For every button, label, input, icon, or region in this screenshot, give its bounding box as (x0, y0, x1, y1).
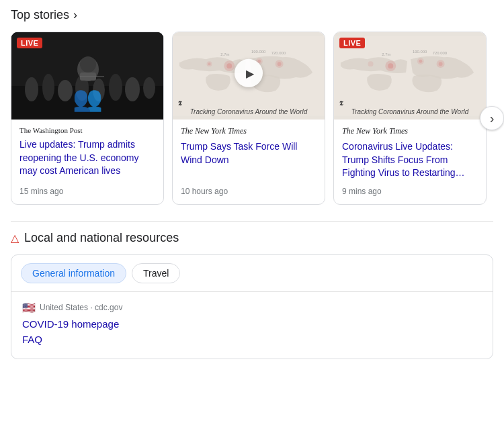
card-3-nyt-icon: 𝕿 (339, 100, 343, 107)
resource-link-faq[interactable]: FAQ (22, 334, 482, 345)
card-3-source: The New York Times (342, 126, 478, 136)
resource-source-row: 🇺🇸 United States · cdc.gov (22, 301, 482, 314)
svg-text:2.7m: 2.7m (220, 52, 229, 56)
svg-text:2.7m: 2.7m (382, 52, 390, 56)
card-2-nyt-icon: 𝕿 (178, 100, 182, 107)
card-3-title[interactable]: Coronavirus Live Updates: Trump Shifts F… (342, 140, 478, 180)
svg-point-8 (125, 77, 140, 101)
svg-point-7 (109, 74, 122, 101)
stories-cards-container: LIVE The Washington Post Live updates: T… (11, 32, 493, 205)
card-2-image: 2.7m 720.000 190.000 𝕿 Tracking Coronavi… (173, 32, 325, 120)
top-stories-title: Top stories (11, 8, 69, 22)
svg-point-22 (208, 62, 211, 65)
svg-point-18 (278, 62, 282, 66)
stories-next-button[interactable] (480, 106, 504, 130)
svg-point-4 (58, 80, 73, 101)
svg-text:720.000: 720.000 (271, 51, 286, 55)
tab-travel[interactable]: Travel (132, 263, 180, 283)
svg-text:190.000: 190.000 (413, 50, 427, 54)
svg-point-3 (42, 74, 54, 101)
card-1-body: The Washington Post Live updates: Trump … (11, 120, 163, 204)
card-1-live-badge: LIVE (17, 38, 42, 48)
resources-tabs: General information Travel (11, 255, 493, 292)
us-flag-icon: 🇺🇸 (22, 301, 36, 314)
card-2-source: The New York Times (181, 126, 317, 136)
warning-icon: △ (11, 232, 19, 244)
card-2-play-button[interactable] (235, 59, 263, 87)
card-3-image: 2.7m 720.000 190.000 𝕿 Tracking Coronavi… (334, 32, 486, 120)
card-2-body: The New York Times Trump Says Task Force… (173, 120, 325, 204)
card-3-body: The New York Times Coronavirus Live Upda… (334, 120, 486, 204)
resources-section: △ Local and national resources General i… (11, 221, 493, 359)
svg-point-32 (419, 60, 422, 63)
card-2-title[interactable]: Trump Says Task Force Will Wind Down (181, 140, 317, 167)
card-2-time: 10 hours ago (181, 184, 317, 196)
card-1-title[interactable]: Live updates: Trump admits reopening the… (19, 138, 155, 178)
card-1-image: LIVE (11, 32, 163, 120)
svg-text:190.000: 190.000 (251, 50, 266, 54)
svg-point-16 (226, 63, 232, 68)
story-card-1[interactable]: LIVE The Washington Post Live updates: T… (11, 32, 164, 205)
top-stories-chevron[interactable]: › (73, 8, 77, 22)
svg-point-2 (25, 77, 38, 101)
resource-link-covid-homepage[interactable]: COVID-19 homepage (22, 318, 482, 330)
card-1-time: 15 mins ago (19, 184, 155, 196)
svg-point-12 (80, 56, 96, 73)
top-stories-header: Top stories › (11, 8, 493, 22)
card-2-map-caption: Tracking Coronavirus Around the World (173, 108, 325, 115)
card-3-live-badge: LIVE (339, 38, 365, 48)
card-3-map-caption: Tracking Coronavirus Around the World (334, 108, 486, 115)
svg-point-30 (439, 62, 443, 66)
svg-point-33 (368, 61, 374, 66)
tab-general-information[interactable]: General information (21, 263, 126, 283)
svg-point-6 (93, 79, 105, 101)
card-2-map: 2.7m 720.000 190.000 𝕿 Tracking Coronavi… (173, 32, 325, 120)
resources-card: General information Travel 🇺🇸 United Sta… (11, 254, 493, 359)
resources-header: △ Local and national resources (11, 231, 493, 245)
card-1-source: The Washington Post (19, 126, 155, 134)
resource-item-us: 🇺🇸 United States · cdc.gov COVID-19 home… (11, 292, 493, 359)
card-3-time: 9 mins ago (342, 184, 478, 196)
resources-title: Local and national resources (24, 231, 179, 245)
story-card-2[interactable]: 2.7m 720.000 190.000 𝕿 Tracking Coronavi… (172, 32, 325, 205)
svg-point-28 (388, 63, 393, 68)
svg-point-9 (143, 77, 155, 99)
story-card-3[interactable]: 2.7m 720.000 190.000 𝕿 Tracking Coronavi… (333, 32, 487, 205)
resource-source-label: United States · cdc.gov (40, 303, 122, 312)
svg-text:720.000: 720.000 (433, 51, 448, 55)
